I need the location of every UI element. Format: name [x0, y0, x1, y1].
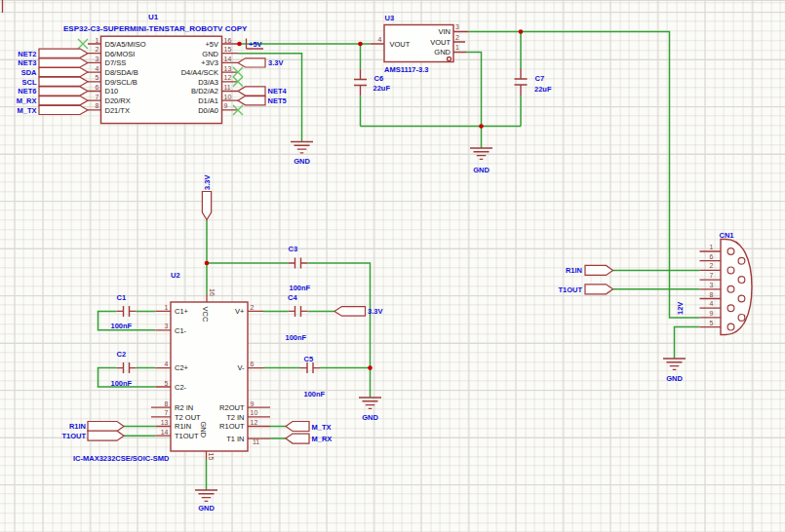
svg-text:M_TX: M_TX [312, 423, 332, 432]
u1-ref[interactable]: U1 [148, 13, 159, 21]
svg-text:4: 4 [710, 300, 714, 307]
svg-text:3: 3 [710, 282, 714, 288]
svg-text:22uF: 22uF [534, 85, 552, 94]
svg-text:GND: GND [473, 166, 490, 174]
svg-text:4: 4 [96, 65, 99, 72]
schematic-canvas: U1 ESP32-C3-SUPERMINI-TENSTAR_ROBOTV COP… [0, 0, 785, 532]
cn1-ref[interactable]: CN1 [720, 231, 734, 240]
svg-text:D7/SS: D7/SS [105, 58, 127, 67]
svg-text:C7: C7 [535, 74, 545, 83]
svg-text:C1-: C1- [175, 326, 187, 335]
svg-text:NET5: NET5 [268, 96, 287, 105]
svg-text:NET3: NET3 [18, 58, 36, 67]
svg-text:C4: C4 [288, 293, 297, 302]
svg-text:D20/RX: D20/RX [105, 96, 131, 105]
cn1-pin-numbers: 1 6 2 7 3 8 4 9 5 [710, 244, 714, 326]
svg-text:T2 OUT: T2 OUT [175, 413, 201, 422]
svg-text:9: 9 [710, 310, 714, 317]
svg-text:V+: V+ [235, 307, 245, 316]
svg-text:GND: GND [362, 413, 378, 422]
svg-text:100nF: 100nF [304, 390, 326, 399]
svg-text:13: 13 [224, 65, 232, 72]
svg-text:VOUT: VOUT [430, 38, 451, 47]
svg-text:100nF: 100nF [111, 322, 133, 330]
svg-text:M_TX: M_TX [17, 106, 36, 115]
svg-text:C5: C5 [304, 355, 314, 363]
junction-dots [205, 29, 524, 370]
svg-text:7: 7 [710, 272, 714, 279]
svg-text:2: 2 [455, 34, 459, 41]
svg-text:1: 1 [165, 304, 169, 311]
svg-text:D1/A1: D1/A1 [198, 96, 218, 105]
svg-text:NET4: NET4 [268, 87, 288, 95]
svg-text:100nF: 100nF [290, 284, 311, 292]
svg-text:+3V3: +3V3 [201, 58, 218, 67]
svg-text:7: 7 [96, 94, 99, 100]
svg-text:R1IN: R1IN [175, 422, 191, 431]
svg-text:100nF: 100nF [286, 333, 307, 342]
svg-text:T2 IN: T2 IN [226, 413, 244, 422]
svg-text:10: 10 [251, 409, 258, 416]
svg-text:D4/A4/SCK: D4/A4/SCK [181, 68, 218, 77]
svg-text:1: 1 [455, 44, 459, 51]
svg-text:R1IN: R1IN [69, 422, 86, 431]
svg-text:T1OUT: T1OUT [558, 285, 582, 294]
svg-text:C1: C1 [117, 293, 127, 302]
u1-title[interactable]: ESP32-C3-SUPERMINI-TENSTAR_ROBOTV COPY [63, 24, 248, 33]
svg-text:M_RX: M_RX [17, 96, 37, 105]
svg-text:15: 15 [208, 453, 215, 461]
svg-text:3: 3 [96, 56, 99, 62]
svg-text:2: 2 [96, 46, 99, 53]
gnd-labels: GND GND GND GND GND [198, 157, 683, 513]
svg-text:7: 7 [165, 409, 169, 416]
svg-text:M_RX: M_RX [312, 435, 333, 443]
cn1-db9-body[interactable] [721, 240, 752, 335]
svg-text:D0/A0: D0/A0 [198, 106, 218, 115]
v33-c4-flag-label: 3.3V [368, 307, 382, 316]
svg-text:4: 4 [378, 36, 382, 43]
gnd-symbols[interactable] [195, 142, 686, 502]
svg-text:3: 3 [455, 23, 459, 30]
svg-text:D5/A5/MISO: D5/A5/MISO [105, 40, 146, 49]
u3-ref[interactable]: U3 [385, 14, 395, 22]
svg-text:VIN: VIN [438, 27, 451, 36]
svg-text:T1OUT: T1OUT [175, 432, 199, 440]
svg-text:8: 8 [165, 400, 169, 407]
svg-text:C6: C6 [374, 74, 384, 83]
svg-text:15: 15 [224, 46, 232, 53]
schematic-drawing: U1 ESP32-C3-SUPERMINI-TENSTAR_ROBOTV COP… [0, 0, 785, 532]
svg-text:C3: C3 [289, 245, 298, 253]
svg-text:1: 1 [710, 244, 714, 250]
svg-text:GND: GND [666, 374, 683, 383]
svg-text:13: 13 [161, 419, 169, 426]
svg-text:22uF: 22uF [373, 84, 391, 93]
svg-text:12: 12 [224, 74, 232, 81]
svg-text:11: 11 [224, 84, 231, 91]
svg-text:T1 IN: T1 IN [226, 435, 244, 443]
svg-text:GND: GND [202, 50, 218, 58]
cn1-net-labels[interactable]: R1IN T1OUT 12V [558, 266, 684, 315]
svg-text:R2OUT: R2OUT [219, 403, 245, 412]
svg-text:R2 IN: R2 IN [175, 403, 193, 412]
svg-text:16: 16 [209, 288, 216, 296]
svg-text:100nF: 100nF [111, 379, 133, 388]
svg-text:VOUT: VOUT [390, 40, 411, 49]
u3-value[interactable]: AMS1117-3.3 [384, 65, 428, 74]
svg-text:V-: V- [237, 363, 245, 372]
svg-text:5: 5 [710, 320, 714, 326]
svg-text:2: 2 [251, 304, 255, 311]
u2-value[interactable]: IC-MAX3232CSE/SOIC-SMD [73, 454, 170, 463]
u2-ref[interactable]: U2 [171, 271, 180, 280]
svg-text:6: 6 [710, 253, 714, 260]
svg-text:VCC: VCC [201, 307, 210, 323]
svg-text:3: 3 [165, 323, 169, 329]
svg-text:14: 14 [224, 56, 232, 62]
svg-text:GND: GND [434, 48, 451, 57]
svg-text:14: 14 [161, 429, 169, 436]
svg-text:SCL: SCL [22, 78, 37, 87]
svg-text:8: 8 [710, 291, 714, 298]
svg-text:+5V: +5V [205, 40, 218, 49]
svg-text:NET2: NET2 [18, 50, 36, 58]
svg-text:C2+: C2+ [175, 363, 189, 372]
svg-text:12: 12 [251, 419, 258, 426]
